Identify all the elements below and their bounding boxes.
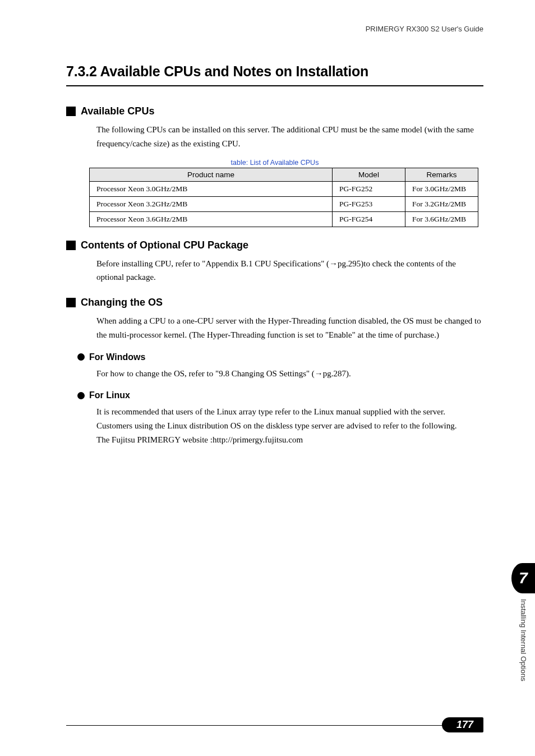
subsection-changing-os: Changing the OS — [66, 297, 483, 308]
side-tab: 7 Installing Internal Options — [511, 563, 535, 681]
table-cell: PG-FG253 — [333, 196, 405, 211]
subsubsection-linux: For Linux — [77, 390, 483, 400]
subsection-title: Contents of Optional CPU Package — [81, 239, 248, 251]
running-header: PRIMERGY RX300 S2 User's Guide — [66, 25, 483, 33]
subsubsection-title: For Windows — [89, 352, 145, 362]
table-cell: PG-FG252 — [333, 181, 405, 196]
subsection-title: Available CPUs — [81, 105, 154, 117]
square-bullet-icon — [66, 107, 76, 116]
table-header-cell: Remarks — [405, 168, 478, 181]
table-cell: For 3.6GHz/2MB — [405, 211, 478, 227]
section-title: 7.3.2 Available CPUs and Notes on Instal… — [66, 63, 483, 80]
subsection-title: Changing the OS — [81, 297, 163, 308]
subsubsection-windows: For Windows — [77, 352, 483, 362]
table-header-row: Product name Model Remarks — [90, 168, 478, 181]
circle-bullet-icon — [77, 353, 85, 361]
body-paragraph: The Fujitsu PRIMERGY website :http://pri… — [96, 433, 481, 447]
table-cell: Processor Xeon 3.0GHz/2MB — [90, 181, 333, 196]
table-header-cell: Product name — [90, 168, 333, 181]
table-header-cell: Model — [333, 168, 405, 181]
table-cell: Processor Xeon 3.2GHz/2MB — [90, 196, 333, 211]
square-bullet-icon — [66, 241, 76, 250]
table-row: Processor Xeon 3.2GHz/2MB PG-FG253 For 3… — [90, 196, 478, 211]
body-paragraph: When adding a CPU to a one-CPU server wi… — [96, 314, 481, 342]
page-number: 177 — [442, 717, 483, 732]
table-cell: Processor Xeon 3.6GHz/2MB — [90, 211, 333, 227]
square-bullet-icon — [66, 298, 76, 307]
subsection-available-cpus: Available CPUs — [66, 105, 483, 117]
subsubsection-title: For Linux — [89, 390, 130, 400]
table-cell: For 3.0GHz/2MB — [405, 181, 478, 196]
body-paragraph: Before installing CPU, refer to "Appendi… — [96, 257, 481, 285]
table-caption: table: List of Available CPUs — [66, 159, 483, 167]
circle-bullet-icon — [77, 392, 85, 399]
body-paragraph: It is recommended that users of the Linu… — [96, 405, 481, 433]
footer-rule — [66, 725, 483, 726]
cpu-table: Product name Model Remarks Processor Xeo… — [89, 168, 478, 227]
table-cell: PG-FG254 — [333, 211, 405, 227]
page-footer: 177 — [0, 725, 535, 731]
subsection-optional-package: Contents of Optional CPU Package — [66, 239, 483, 251]
body-paragraph: The following CPUs can be installed on t… — [96, 123, 481, 151]
table-row: Processor Xeon 3.0GHz/2MB PG-FG252 For 3… — [90, 181, 478, 196]
side-tab-badge: 7 — [511, 563, 535, 593]
body-paragraph: For how to change the OS, refer to "9.8 … — [96, 367, 481, 381]
table-row: Processor Xeon 3.6GHz/2MB PG-FG254 For 3… — [90, 211, 478, 227]
side-tab-number: 7 — [519, 569, 528, 587]
table-cell: For 3.2GHz/2MB — [405, 196, 478, 211]
section-rule — [66, 85, 483, 86]
side-tab-label: Installing Internal Options — [519, 599, 528, 681]
